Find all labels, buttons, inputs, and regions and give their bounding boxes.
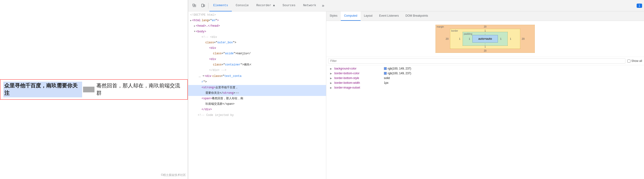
prop-name: border-bottom-style bbox=[334, 76, 382, 80]
computed-border-image-outset[interactable]: ▶ border-image-outset bbox=[326, 85, 644, 90]
expand-arrow: ▶ bbox=[330, 72, 332, 75]
expand-arrow: ▶ bbox=[330, 77, 332, 80]
padding-top-value: - bbox=[485, 32, 486, 35]
svg-rect-5 bbox=[204, 5, 205, 6]
prop-name: border-bottom-width bbox=[334, 81, 382, 84]
dom-line-body-open[interactable]: ▼ <body> bbox=[188, 29, 326, 34]
filter-input[interactable] bbox=[328, 58, 626, 64]
dom-line-aside-open[interactable]: <div bbox=[188, 46, 326, 51]
prop-value: solid bbox=[384, 76, 642, 80]
expand-arrow: ▶ bbox=[330, 67, 332, 70]
show-all-checkbox[interactable] bbox=[627, 60, 630, 62]
dom-line-span[interactable]: <span> 蓦然回首，那人却在，南 bbox=[188, 96, 326, 102]
computed-border-bottom-width[interactable]: ▶ border-bottom-width 1px bbox=[326, 80, 644, 85]
dom-line-comment1[interactable]: <!-- <div bbox=[188, 34, 326, 40]
styles-panel: Styles Computed Layout Event Listeners D… bbox=[326, 12, 644, 179]
padding-left-value: 1 bbox=[468, 37, 472, 40]
content-box: auto×auto bbox=[472, 35, 498, 42]
computed-list: ▶ background-color rgb(100, 149, 237) ▶ … bbox=[326, 65, 644, 179]
tab-dom-breakpoints[interactable]: DOM Breakpoints bbox=[402, 12, 432, 21]
color-swatch bbox=[384, 67, 387, 70]
devtools-panel: Elements Console Recorder ▲ Sources Netw… bbox=[188, 0, 644, 179]
inline-block-element bbox=[83, 87, 95, 92]
computed-border-bottom-style[interactable]: ▶ border-bottom-style solid bbox=[326, 76, 644, 80]
dom-line-aside-class[interactable]: class="aside">nanjiu</ bbox=[188, 51, 326, 56]
device-toolbar-button[interactable] bbox=[199, 2, 207, 10]
margin-box: margin 20 20 border 1 1 bbox=[436, 25, 535, 53]
border-bottom-value: 1 bbox=[484, 46, 486, 48]
dom-line-head[interactable]: ▶ <head>…</head> bbox=[188, 23, 326, 29]
dom-line-container-class[interactable]: class="container">南玖< bbox=[188, 62, 326, 68]
computed-border-bottom-color[interactable]: ▶ border-bottom-color rgb(100, 149, 237) bbox=[326, 71, 644, 76]
prop-name: border-image-outset bbox=[334, 86, 382, 89]
border-left-value: 1 bbox=[458, 37, 462, 40]
margin-top-value: 20 bbox=[484, 26, 486, 28]
dom-line-html[interactable]: ▶ <html lang="en" > bbox=[188, 18, 326, 23]
box-model-area: margin 20 20 border 1 1 bbox=[326, 21, 644, 57]
dom-line-doctype[interactable]: <!DOCTYPE html> bbox=[188, 12, 326, 18]
dom-line-code-comment[interactable]: <!-- Code injected by bbox=[188, 112, 326, 118]
prop-value: rgb(100, 149, 237) bbox=[384, 72, 642, 75]
padding-right-value: 1 bbox=[499, 37, 503, 40]
margin-bottom-value: 20 bbox=[484, 50, 486, 52]
tab-computed[interactable]: Computed bbox=[341, 12, 360, 21]
tab-console[interactable]: Console bbox=[232, 0, 252, 12]
dom-line-text-container[interactable]: … ▼ <div class="text_conta bbox=[188, 73, 326, 79]
svg-rect-0 bbox=[193, 4, 194, 6]
text-container: 众里寻他千百度，南玖需要你关注 蓦然回首，那人却在，南玖前端交流群 bbox=[0, 79, 188, 100]
prop-value: 1px bbox=[384, 81, 642, 84]
dom-line-container-open[interactable]: <div bbox=[188, 57, 326, 62]
notification-badge: 1 bbox=[636, 4, 642, 8]
expand-arrow: ▶ bbox=[330, 82, 332, 84]
dom-line-div-close-comment[interactable]: </div> --> bbox=[188, 68, 326, 73]
tab-recorder[interactable]: Recorder ▲ bbox=[252, 0, 279, 12]
prop-value: rgb(100, 149, 237) bbox=[384, 67, 642, 70]
tab-elements[interactable]: Elements bbox=[210, 0, 232, 12]
color-swatch bbox=[384, 72, 387, 75]
border-right-value: 1 bbox=[508, 37, 512, 40]
toolbar-separator bbox=[208, 3, 208, 8]
dots-menu[interactable]: … bbox=[198, 74, 202, 79]
prop-name: background-color bbox=[334, 67, 382, 70]
show-all-label[interactable]: Show all bbox=[627, 59, 642, 62]
dom-line-comment2[interactable]: class="outer_box"> bbox=[188, 40, 326, 46]
styles-tabs: Styles Computed Layout Event Listeners D… bbox=[326, 12, 644, 21]
text-span: 蓦然回首，那人却在，南玖前端交流群 bbox=[96, 82, 184, 97]
svg-point-6 bbox=[202, 6, 203, 7]
watermark: ©稻土掘金技术社区 bbox=[161, 173, 186, 177]
tab-network[interactable]: Network bbox=[300, 0, 320, 12]
dom-line-div-end[interactable]: </div> bbox=[188, 107, 326, 112]
tab-styles[interactable]: Styles bbox=[326, 12, 341, 21]
dom-line-text-container2[interactable]: r"> bbox=[188, 79, 326, 85]
box-model: margin 20 20 border 1 1 bbox=[436, 25, 535, 53]
tab-sources[interactable]: Sources bbox=[279, 0, 300, 12]
expand-arrow: ▶ bbox=[330, 86, 332, 89]
text-strong: 众里寻他千百度，南玖需要你关注 bbox=[3, 82, 82, 97]
more-tabs-button[interactable]: » bbox=[320, 3, 326, 8]
border-box: border 1 1 padding - 1 bbox=[450, 29, 520, 49]
prop-name: border-bottom-color bbox=[334, 72, 382, 75]
dom-panel[interactable]: <!DOCTYPE html> ▶ <html lang="en" > ▶ <h… bbox=[188, 12, 326, 179]
dom-line-strong2[interactable]: 需要你关注</strong> == bbox=[188, 90, 326, 96]
devtools-toolbar: Elements Console Recorder ▲ Sources Netw… bbox=[188, 0, 644, 12]
margin-left-value: 20 bbox=[445, 37, 449, 40]
tab-layout[interactable]: Layout bbox=[360, 12, 376, 21]
content-dimensions: auto×auto bbox=[478, 37, 492, 40]
padding-box: padding - 1 auto×auto bbox=[463, 32, 508, 46]
padding-bottom-value: - bbox=[485, 42, 486, 45]
dom-line-strong[interactable]: <strong> 众里寻他千百度， bbox=[188, 85, 326, 90]
margin-right-value: 20 bbox=[521, 37, 525, 40]
tab-event-listeners[interactable]: Event Listeners bbox=[376, 12, 402, 21]
inspect-element-button[interactable] bbox=[190, 2, 199, 10]
webpage-preview: 众里寻他千百度，南玖需要你关注 蓦然回首，那人却在，南玖前端交流群 ©稻土掘金技… bbox=[0, 0, 188, 179]
dom-line-span2[interactable]: 玖前端交流群</span> bbox=[188, 102, 326, 107]
devtools-body: <!DOCTYPE html> ▶ <html lang="en" > ▶ <h… bbox=[188, 12, 644, 179]
computed-background-color[interactable]: ▶ background-color rgb(100, 149, 237) bbox=[326, 66, 644, 71]
filter-bar: Show all bbox=[326, 57, 644, 65]
